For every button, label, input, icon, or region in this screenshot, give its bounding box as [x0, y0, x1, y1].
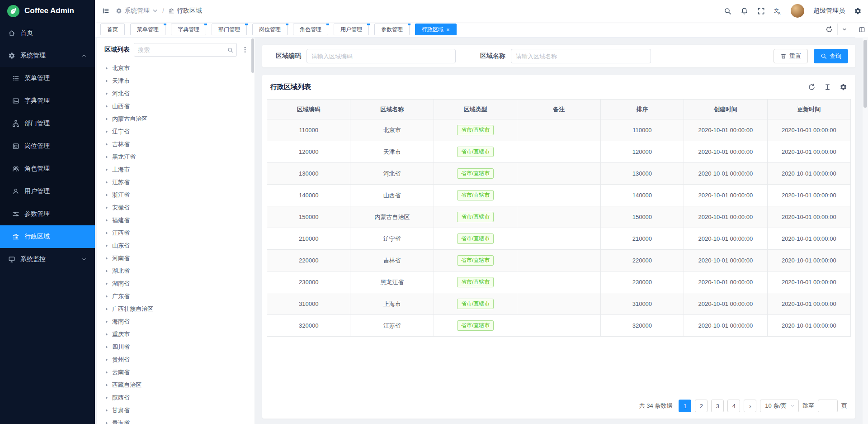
caret-right-icon[interactable] [104, 395, 109, 400]
tree-item[interactable]: 广东省 [97, 290, 255, 303]
tree-item[interactable]: 北京市 [97, 62, 255, 75]
refresh-tabs-icon[interactable] [821, 26, 837, 33]
tree-scrollbar[interactable] [251, 38, 254, 422]
tree-item[interactable]: 陕西省 [97, 391, 255, 404]
caret-right-icon[interactable] [104, 269, 109, 273]
caret-right-icon[interactable] [104, 370, 109, 375]
caret-right-icon[interactable] [104, 66, 109, 71]
sidebar-item-dept-mgmt[interactable]: 部门管理 [0, 112, 95, 135]
tab[interactable]: 菜单管理 × [130, 24, 165, 35]
caret-right-icon[interactable] [104, 180, 109, 185]
page-size-select[interactable]: 10 条/页 [760, 400, 799, 412]
sidebar-item-dict-mgmt[interactable]: 字典管理 [0, 90, 95, 112]
tab-close-icon[interactable]: × [446, 27, 450, 33]
tree-item[interactable]: 重庆市 [97, 328, 255, 341]
table-row[interactable]: 150000 内蒙古自治区 省市/直辖市 150000 2020-10-01 0… [267, 206, 851, 228]
caret-right-icon[interactable] [104, 357, 109, 362]
caret-right-icon[interactable] [104, 205, 109, 210]
page-button[interactable]: 1 [679, 400, 691, 412]
tree-item[interactable]: 福建省 [97, 214, 255, 227]
sidebar-item-param-mgmt[interactable]: 参数管理 [0, 203, 95, 225]
tree-more-options-icon[interactable] [241, 46, 249, 53]
tree-item[interactable]: 山东省 [97, 239, 255, 252]
tree-item[interactable]: 海南省 [97, 315, 255, 328]
caret-right-icon[interactable] [104, 231, 109, 235]
collapse-sidebar-icon[interactable] [102, 7, 109, 14]
caret-right-icon[interactable] [104, 421, 109, 424]
caret-right-icon[interactable] [104, 281, 109, 286]
tab[interactable]: 用户管理 × [334, 24, 369, 35]
region-code-input[interactable] [307, 49, 456, 63]
fullscreen-icon[interactable] [757, 7, 765, 15]
next-page-button[interactable]: › [744, 400, 756, 412]
tab[interactable]: 字典管理 × [171, 24, 206, 35]
refresh-icon[interactable] [808, 83, 816, 91]
table-row[interactable]: 210000 辽宁省 省市/直辖市 210000 2020-10-01 00:0… [267, 228, 851, 250]
tree-item[interactable]: 甘肃省 [97, 404, 255, 417]
tree-item[interactable]: 河南省 [97, 252, 255, 265]
caret-right-icon[interactable] [104, 142, 109, 147]
tree-item[interactable]: 内蒙古自治区 [97, 113, 255, 125]
sidebar-item-role-mgmt[interactable]: 角色管理 [0, 157, 95, 180]
caret-right-icon[interactable] [104, 91, 109, 96]
caret-right-icon[interactable] [104, 319, 109, 324]
caret-right-icon[interactable] [104, 307, 109, 311]
sidebar-item-menu-mgmt[interactable]: 菜单管理 [0, 67, 95, 90]
brand[interactable]: Coffee Admin [0, 0, 95, 22]
caret-right-icon[interactable] [104, 345, 109, 349]
table-row[interactable]: 310000 上海市 省市/直辖市 310000 2020-10-01 00:0… [267, 293, 851, 315]
caret-right-icon[interactable] [104, 332, 109, 337]
sidebar-item-post-mgmt[interactable]: 岗位管理 [0, 135, 95, 157]
table-row[interactable]: 140000 山西省 省市/直辖市 140000 2020-10-01 00:0… [267, 185, 851, 206]
breadcrumb-parent[interactable]: 系统管理 [116, 7, 158, 15]
user-name[interactable]: 超级管理员 [813, 7, 845, 15]
tree-item[interactable]: 西藏自治区 [97, 379, 255, 391]
translate-icon[interactable] [774, 7, 782, 15]
page-button[interactable]: 2 [695, 400, 708, 412]
caret-right-icon[interactable] [104, 167, 109, 172]
caret-right-icon[interactable] [104, 294, 109, 299]
tab[interactable]: 参数管理 × [374, 24, 410, 35]
search-icon[interactable] [724, 7, 731, 15]
tab-options-chevron-icon[interactable] [837, 24, 851, 35]
caret-right-icon[interactable] [104, 104, 109, 109]
caret-right-icon[interactable] [104, 129, 109, 134]
tree-item[interactable]: 浙江省 [97, 189, 255, 201]
tab[interactable]: 首页 × [100, 24, 125, 35]
tree-item[interactable]: 四川省 [97, 341, 255, 353]
tree-item[interactable]: 贵州省 [97, 353, 255, 366]
tree-item[interactable]: 辽宁省 [97, 125, 255, 138]
caret-right-icon[interactable] [104, 117, 109, 121]
caret-right-icon[interactable] [104, 218, 109, 223]
sidebar-item-region[interactable]: 行政区域 [0, 225, 95, 248]
tab[interactable]: 岗位管理 × [252, 24, 288, 35]
sidebar-item-user-mgmt[interactable]: 用户管理 [0, 180, 95, 203]
caret-right-icon[interactable] [104, 408, 109, 413]
tree-item[interactable]: 湖南省 [97, 277, 255, 290]
page-button[interactable]: 4 [727, 400, 740, 412]
avatar[interactable] [791, 4, 804, 18]
caret-right-icon[interactable] [104, 193, 109, 197]
caret-right-icon[interactable] [104, 256, 109, 261]
table-row[interactable]: 120000 天津市 省市/直辖市 120000 2020-10-01 00:0… [267, 141, 851, 163]
tree-item[interactable]: 黑龙江省 [97, 151, 255, 163]
column-height-icon[interactable] [824, 83, 831, 91]
sidebar-group-monitor[interactable]: 系统监控 [0, 248, 95, 271]
region-search-input[interactable] [134, 43, 224, 56]
page-button[interactable]: 3 [711, 400, 724, 412]
tree-item[interactable]: 天津市 [97, 75, 255, 87]
tab[interactable]: 部门管理 × [212, 24, 247, 35]
table-row[interactable]: 130000 河北省 省市/直辖市 130000 2020-10-01 00:0… [267, 163, 851, 185]
page-scrollbar[interactable] [863, 38, 868, 424]
tree-item[interactable]: 上海市 [97, 163, 255, 176]
tree-item[interactable]: 云南省 [97, 366, 255, 379]
tab[interactable]: 行政区域 × [415, 24, 457, 35]
table-row[interactable]: 230000 黑龙江省 省市/直辖市 230000 2020-10-01 00:… [267, 272, 851, 293]
region-name-input[interactable] [511, 49, 651, 63]
caret-right-icon[interactable] [104, 243, 109, 248]
layout-panel-icon[interactable] [855, 22, 868, 38]
tree-item[interactable]: 青海省 [97, 417, 255, 424]
tab[interactable]: 角色管理 × [293, 24, 328, 35]
sidebar-group-system[interactable]: 系统管理 [0, 44, 95, 67]
table-row[interactable]: 320000 江苏省 省市/直辖市 320000 2020-10-01 00:0… [267, 315, 851, 337]
